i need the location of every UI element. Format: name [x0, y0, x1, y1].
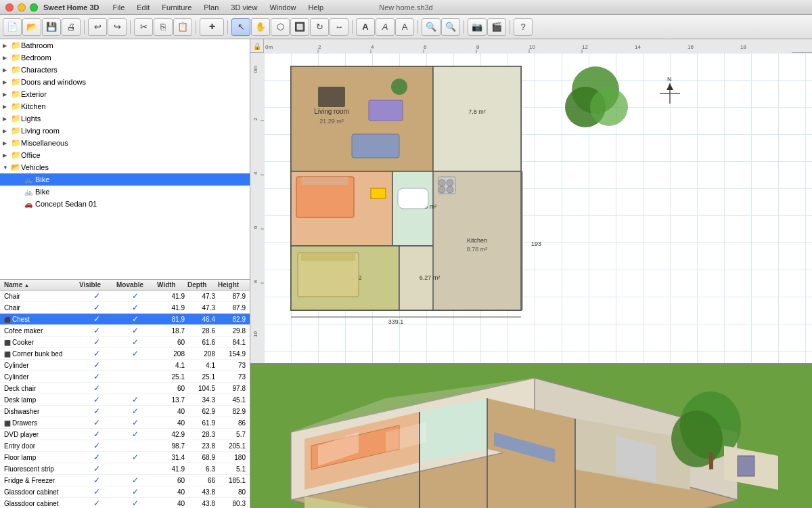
- furn-depth: 104.5: [186, 385, 217, 392]
- movable-check: ✓: [132, 418, 139, 427]
- zoom-button[interactable]: [30, 3, 38, 12]
- video-button[interactable]: 🎬: [487, 18, 506, 36]
- tree-living[interactable]: ▶ 📁 Living room: [0, 125, 250, 137]
- floorplan-area[interactable]: 339.1 193 218.4 335.4 265.4 449.6 363.6 …: [264, 53, 812, 363]
- view-3d[interactable]: [250, 364, 812, 508]
- tree-bathroom[interactable]: ▶ 📁 Bathroom: [0, 39, 250, 51]
- draw-wall-tool[interactable]: 🔲: [290, 18, 309, 36]
- menu-plan[interactable]: Plan: [198, 3, 224, 12]
- furn-visible: ✓: [78, 372, 115, 381]
- tree-sedan[interactable]: 🚗 Concept Sedan 01: [0, 198, 250, 210]
- furn-movable: ✓: [115, 291, 156, 301]
- svg-text:10: 10: [252, 331, 258, 337]
- svg-rect-0: [264, 39, 792, 53]
- header-movable[interactable]: Movable: [115, 281, 156, 289]
- left-panel: ▶ 📁 Bathroom ▶ 📁 Bedroom ▶ 📁 Characters …: [0, 39, 250, 508]
- menu-file[interactable]: File: [108, 3, 131, 12]
- furniture-row[interactable]: Chair ✓ ✓ 41.9 47.3 87.9: [0, 291, 250, 302]
- undo-button[interactable]: ↩: [88, 18, 107, 36]
- svg-text:14: 14: [635, 44, 641, 50]
- menu-3dview[interactable]: 3D view: [225, 3, 263, 12]
- tree-exterior[interactable]: ▶ 📁 Exterior: [0, 88, 250, 100]
- furniture-row[interactable]: Floor lamp ✓ ✓ 31.4 68.9 180: [0, 452, 250, 463]
- car-icon: 🚗: [24, 200, 32, 208]
- header-height[interactable]: Height: [217, 281, 247, 289]
- tree-bike1[interactable]: 🚲 Bike: [0, 173, 250, 186]
- furniture-tree[interactable]: ▶ 📁 Bathroom ▶ 📁 Bedroom ▶ 📁 Characters …: [0, 39, 250, 280]
- furniture-row[interactable]: Glassdoor cabinet ✓ ✓ 40 43.8 80.3: [0, 498, 250, 508]
- movable-check: ✓: [132, 337, 139, 347]
- header-width[interactable]: Width: [156, 281, 186, 289]
- text-size-tool[interactable]: A: [395, 18, 414, 36]
- header-visible[interactable]: Visible: [78, 281, 115, 289]
- tree-kitchen[interactable]: ▶ 📁 Kitchen: [0, 100, 250, 112]
- toolbar-separator-8: [510, 20, 510, 34]
- toolbar-separator-3: [196, 20, 196, 34]
- print-button[interactable]: 🖨: [62, 18, 81, 36]
- redo-button[interactable]: ↪: [108, 18, 127, 36]
- folder-icon: 📁: [11, 41, 21, 50]
- cut-button[interactable]: ✂: [134, 18, 153, 36]
- create-room-tool[interactable]: ⬡: [271, 18, 290, 36]
- help-button[interactable]: ?: [514, 18, 533, 36]
- furn-depth: 23.8: [186, 442, 217, 450]
- pan-tool[interactable]: ✋: [251, 18, 270, 36]
- furniture-row[interactable]: Chair ✓ ✓ 41.9 47.3 87.9: [0, 302, 250, 314]
- header-depth[interactable]: Depth: [186, 281, 217, 289]
- header-name[interactable]: Name: [3, 281, 78, 289]
- tree-characters[interactable]: ▶ 📁 Characters: [0, 64, 250, 76]
- furniture-row[interactable]: Dishwasher ✓ ✓ 40 62.9 82.9: [0, 406, 250, 417]
- snapshot-button[interactable]: 📷: [468, 18, 487, 36]
- minimize-button[interactable]: [18, 3, 26, 12]
- furniture-row[interactable]: Cylinder ✓ 4.1 4.1 73: [0, 360, 250, 371]
- furniture-row[interactable]: ⬛Cooker ✓ ✓ 60 61.6 84.1: [0, 337, 250, 348]
- furniture-row[interactable]: ⬛Drawers ✓ ✓ 40 61.9 86: [0, 417, 250, 429]
- furniture-row[interactable]: Fridge & Freezer ✓ ✓ 60 66 185.1: [0, 475, 250, 486]
- menu-help[interactable]: Help: [303, 3, 330, 12]
- furniture-row[interactable]: Entry door ✓ 98.7 23.8 205.1: [0, 440, 250, 452]
- tree-misc[interactable]: ▶ 📁 Miscellaneous: [0, 137, 250, 149]
- copy-button[interactable]: ⎘: [154, 18, 173, 36]
- menu-edit[interactable]: Edit: [131, 3, 155, 12]
- furniture-row[interactable]: Fluorescent strip ✓ 41.9 6.3 5.1: [0, 463, 250, 475]
- new-button[interactable]: 📄: [3, 18, 22, 36]
- svg-text:2: 2: [252, 117, 258, 121]
- furn-width: 31.4: [156, 454, 186, 461]
- furniture-row[interactable]: Glassdoor cabinet ✓ ✓ 40 43.8 80: [0, 486, 250, 498]
- save-button[interactable]: 💾: [42, 18, 61, 36]
- furniture-row[interactable]: ⬛Chest ✓ ✓ 81.9 46.4 82.9: [0, 314, 250, 325]
- text-style-tool[interactable]: A: [376, 18, 394, 36]
- tree-bike2[interactable]: 🚲 Bike: [0, 186, 250, 198]
- close-button[interactable]: [5, 3, 14, 12]
- add-furniture-button[interactable]: ✚: [200, 18, 224, 36]
- menu-furniture[interactable]: Furniture: [156, 3, 197, 12]
- movable-check: ✓: [132, 326, 139, 335]
- furniture-row[interactable]: Cofee maker ✓ ✓ 18.7 28.6 29.8: [0, 325, 250, 337]
- tree-lights[interactable]: ▶ 📁 Lights: [0, 112, 250, 125]
- furniture-row[interactable]: Cylinder ✓ 25.1 25.1 73: [0, 371, 250, 383]
- tree-bedroom[interactable]: ▶ 📁 Bedroom: [0, 51, 250, 64]
- furniture-list[interactable]: Name Visible Movable Width Depth Height …: [0, 280, 250, 508]
- paste-button[interactable]: 📋: [173, 18, 192, 36]
- open-button[interactable]: 📂: [22, 18, 41, 36]
- furn-depth: 47.3: [186, 304, 217, 312]
- zoom-out-button[interactable]: 🔍: [422, 18, 441, 36]
- movable-check: ✓: [132, 303, 139, 312]
- view-2d[interactable]: 🔒 0m 2 4 6 8 10 12 14 16 18: [250, 39, 812, 364]
- tree-label-kitchen: Kitchen: [21, 102, 46, 110]
- furn-visible: ✓: [78, 406, 115, 416]
- rotate-tool[interactable]: ↻: [310, 18, 329, 36]
- furniture-row[interactable]: ⬛Corner bunk bed ✓ ✓ 208 208 154.9: [0, 348, 250, 360]
- tree-doors[interactable]: ▶ 📁 Doors and windows: [0, 76, 250, 88]
- select-tool[interactable]: ↖: [231, 18, 250, 36]
- menu-window[interactable]: Window: [264, 3, 301, 12]
- text-tool[interactable]: A: [356, 18, 375, 36]
- dimension-tool[interactable]: ↔: [330, 18, 348, 36]
- zoom-in-button[interactable]: 🔍: [441, 18, 460, 36]
- furniture-row[interactable]: DVD player ✓ ✓ 42.9 28.3 5.7: [0, 429, 250, 440]
- tree-office[interactable]: ▶ 📁 Office: [0, 149, 250, 161]
- tree-vehicles[interactable]: ▼ 📂 Vehicles: [0, 161, 250, 173]
- furniture-row[interactable]: Deck chair ✓ 60 104.5 97.8: [0, 383, 250, 394]
- furn-visible: ✓: [78, 303, 115, 312]
- furniture-row[interactable]: Desk lamp ✓ ✓ 13.7 34.3 45.1: [0, 394, 250, 406]
